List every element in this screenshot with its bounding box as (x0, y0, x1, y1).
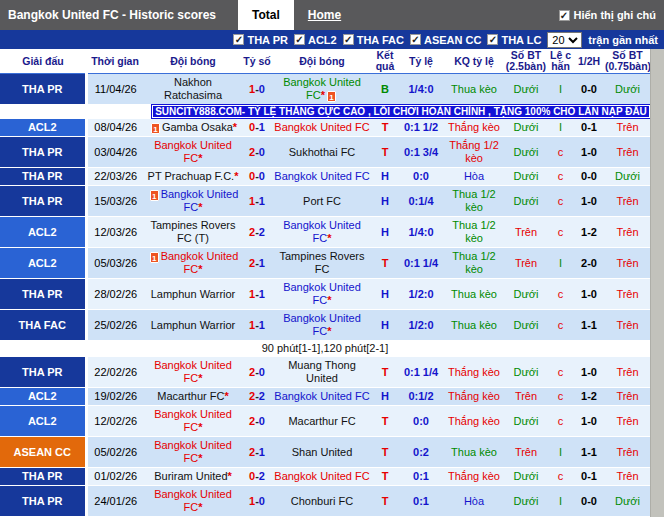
home-marker-star: * (198, 201, 202, 213)
over-under-2-5: Dưới (504, 406, 548, 437)
away-team: Bangkok United FC*1 (272, 74, 372, 105)
handicap-trend: c (548, 310, 573, 341)
filter-checkbox-tha-lc[interactable]: ✓THA LC (487, 34, 541, 46)
handicap-odds: 1/4:0 (398, 74, 444, 105)
tab-total[interactable]: Total (238, 0, 294, 30)
handicap-odds: 1/4:0 (398, 217, 444, 248)
away-team: Port FC (272, 186, 372, 217)
filter-checkbox-acl2[interactable]: ✓ACL2 (294, 34, 337, 46)
handicap-trend: c (548, 468, 573, 486)
home-team-name: Tampines Rovers FC (T) (151, 219, 236, 244)
filter-label-acl2: ACL2 (308, 34, 337, 46)
half-time-score: 1-1 (573, 437, 605, 468)
checkmark-icon: ✓ (487, 34, 498, 45)
filter-checkbox-asean-cc[interactable]: ✓ASEAN CC (410, 34, 481, 46)
handicap-odds: 0:0 (398, 406, 444, 437)
handicap-odds: 0:0 (398, 168, 444, 186)
away-team: Shan United (272, 437, 372, 468)
handicap-trend: c (548, 279, 573, 310)
match-date: 22/03/26 (86, 168, 144, 186)
score: 0-2 (242, 468, 272, 486)
tab-home[interactable]: Home (294, 0, 355, 30)
match-date: 19/02/26 (86, 388, 144, 406)
home-marker-star: * (327, 232, 331, 244)
header-goals-0-75: Số BT (0.75bàn) (605, 49, 650, 74)
checkmark-icon: ✓ (233, 34, 244, 45)
show-notes-checkbox[interactable]: ✓ Hiển thị ghi chú (559, 0, 664, 30)
match-date: 28/02/26 (86, 279, 144, 310)
over-under-0-75: Trên (605, 186, 650, 217)
odds-result: Thắng kèo (444, 468, 504, 486)
home-marker-star: * (321, 89, 325, 101)
note-row: 90 phút[1-1],120 phút[2-1] (0, 341, 650, 357)
home-team: Nakhon Ratchasima (144, 74, 242, 105)
over-under-2-5: Dưới (504, 119, 548, 137)
away-goals: 1 (259, 319, 265, 331)
league-badge: THA PR (0, 486, 86, 517)
over-under-2-5: Trên (504, 388, 548, 406)
match-count-select[interactable]: 20 (547, 32, 582, 48)
home-marker-star: * (233, 121, 237, 133)
header-odds: Tỷ lệ (398, 49, 444, 74)
handicap-trend: c (548, 406, 573, 437)
score: 1-1 (242, 310, 272, 341)
match-row: THA PR03/04/26Bangkok United FC*2-0Sukho… (0, 137, 650, 168)
odds-result: Thua 1/2 kèo (444, 248, 504, 279)
match-date: 24/01/26 (86, 486, 144, 517)
over-under-0-75: Trên (605, 217, 650, 248)
filter-label-tha-fac: THA FAC (357, 34, 404, 46)
historic-scores-widget: Bangkok United FC - Historic scores Tota… (0, 0, 664, 517)
filter-checkbox-tha-fac[interactable]: ✓THA FAC (343, 34, 404, 46)
home-marker-star: * (327, 325, 331, 337)
handicap-odds: 0:1/2 (398, 388, 444, 406)
home-team-name: Lamphun Warrior (151, 288, 236, 300)
over-under-2-5: Dưới (504, 486, 548, 517)
away-team: Bangkok United FC (272, 468, 372, 486)
ad-row: SUNCITY888.COM- TỶ LỆ THẮNG CỰC CAO , LỐ… (0, 105, 650, 119)
match-date: 22/02/26 (86, 357, 144, 388)
over-under-0-75: Trên (605, 468, 650, 486)
over-under-2-5: Dưới (504, 186, 548, 217)
match-row: THA PR22/02/26Bangkok United FC*2-0Muang… (0, 357, 650, 388)
score: 1-0 (242, 486, 272, 517)
over-under-2-5: Dưới (504, 310, 548, 341)
over-under-2-5: Trên (504, 248, 548, 279)
match-date: 08/04/26 (86, 119, 144, 137)
header-handicap-trend: Lệ c hấn (548, 49, 573, 74)
ad-banner[interactable]: SUNCITY888.COM- TỶ LỆ THẮNG CỰC CAO , LỐ… (152, 105, 650, 118)
score: 2-1 (242, 248, 272, 279)
scrollbar-track[interactable] (650, 49, 664, 517)
checkmark-icon: ✓ (343, 34, 354, 45)
away-team-name: Bangkok United FC (274, 170, 369, 182)
home-marker-star: * (198, 372, 202, 384)
odds-result: Thua kèo (444, 437, 504, 468)
score: 0-0 (242, 168, 272, 186)
match-date: 11/04/26 (86, 74, 144, 105)
league-badge: ACL2 (0, 406, 86, 437)
half-time-score: 1-2 (573, 217, 605, 248)
over-under-2-5: Dưới (504, 137, 548, 168)
away-team-name: Port FC (303, 195, 341, 207)
score: 2-2 (242, 388, 272, 406)
home-team: 1Gamba Osaka* (144, 119, 242, 137)
league-badge: THA PR (0, 74, 86, 105)
league-badge: ACL2 (0, 119, 86, 137)
away-team-name: Muang Thong United (288, 359, 356, 384)
header-half-time: 1/2H (573, 49, 605, 74)
away-team-name: Sukhothai FC (289, 146, 356, 158)
half-time-score: 1-0 (573, 137, 605, 168)
league-badge: THA PR (0, 279, 86, 310)
over-under-2-5: Trên (504, 217, 548, 248)
away-team-name: Shan United (292, 446, 353, 458)
half-time-score: 0-1 (573, 468, 605, 486)
result-letter: H (372, 279, 398, 310)
match-date: 15/03/26 (86, 186, 144, 217)
away-team-name: Bangkok United FC (274, 470, 369, 482)
home-team-name: Bangkok United FC (154, 359, 232, 384)
away-team: Chonburi FC (272, 486, 372, 517)
league-badge: THA PR (0, 186, 86, 217)
filter-checkbox-tha-pr[interactable]: ✓THA PR (233, 34, 288, 46)
half-time-score: 0-0 (573, 486, 605, 517)
match-count-suffix-label: trận gần nhất (588, 34, 658, 46)
half-time-score: 0-0 (573, 168, 605, 186)
